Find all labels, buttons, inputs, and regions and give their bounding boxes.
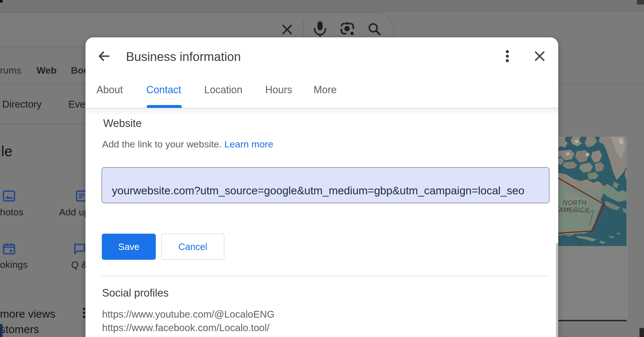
svg-text:AMERICA: AMERICA: [558, 206, 589, 214]
svg-text:NORTH: NORTH: [563, 199, 586, 206]
